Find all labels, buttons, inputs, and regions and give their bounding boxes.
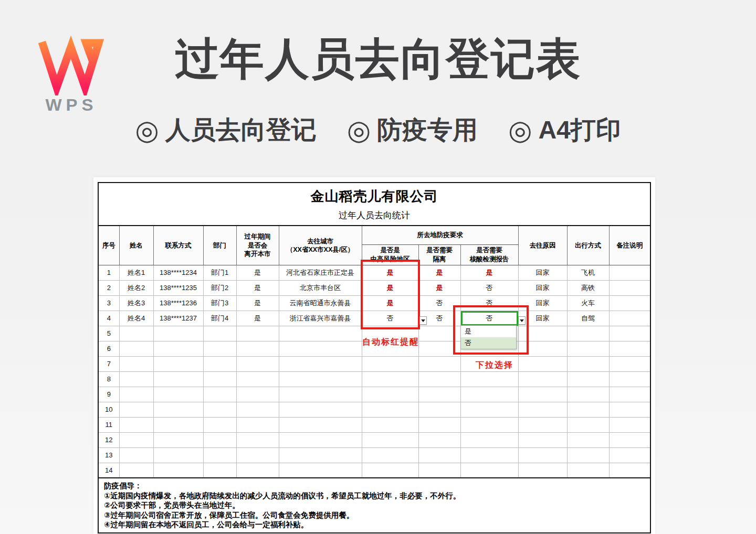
cell-test[interactable]: 否 (460, 280, 518, 295)
cell-dept[interactable]: 部门4 (203, 311, 236, 326)
cell-risk[interactable]: 否 (362, 311, 418, 326)
cell-dept[interactable]: 部门1 (203, 265, 236, 280)
cell-quarantine[interactable]: 是 (418, 280, 460, 295)
empty-cell[interactable] (418, 341, 460, 356)
empty-cell[interactable] (518, 371, 567, 387)
empty-cell[interactable] (362, 387, 418, 402)
empty-cell[interactable] (609, 402, 650, 417)
cell-leave[interactable]: 是 (236, 311, 279, 326)
empty-cell[interactable] (203, 371, 236, 387)
empty-cell[interactable] (236, 371, 279, 387)
empty-cell[interactable] (236, 356, 279, 371)
cell-transport[interactable]: 自驾 (567, 311, 609, 326)
cell-name[interactable]: 姓名3 (119, 295, 153, 311)
empty-cell[interactable] (153, 356, 203, 371)
empty-cell[interactable] (518, 356, 567, 371)
empty-cell[interactable] (119, 402, 153, 417)
empty-cell[interactable] (203, 463, 236, 478)
empty-cell[interactable] (279, 447, 362, 463)
empty-cell[interactable] (119, 417, 153, 432)
empty-cell[interactable] (609, 417, 650, 432)
empty-cell[interactable] (418, 417, 460, 432)
empty-cell[interactable] (203, 432, 236, 447)
empty-cell[interactable] (518, 463, 567, 478)
cell-no[interactable]: 2 (98, 280, 119, 295)
empty-cell[interactable] (279, 371, 362, 387)
empty-cell[interactable] (362, 463, 418, 478)
cell-transport[interactable]: 飞机 (567, 265, 609, 280)
empty-cell[interactable] (236, 463, 279, 478)
empty-cell[interactable] (418, 356, 460, 371)
empty-cell[interactable] (460, 402, 518, 417)
empty-cell[interactable] (203, 417, 236, 432)
empty-cell[interactable] (609, 326, 650, 341)
cell-leave[interactable]: 是 (236, 265, 279, 280)
empty-cell[interactable] (153, 447, 203, 463)
empty-cell[interactable] (362, 356, 418, 371)
empty-cell[interactable] (119, 447, 153, 463)
empty-cell[interactable] (203, 447, 236, 463)
empty-cell[interactable] (567, 447, 609, 463)
dropdown-option-yes[interactable]: 是 (461, 326, 516, 337)
empty-cell[interactable] (418, 326, 460, 341)
empty-cell[interactable] (362, 402, 418, 417)
cell-no[interactable]: 14 (98, 463, 119, 478)
empty-cell[interactable] (203, 402, 236, 417)
cell-phone[interactable]: 138****1234 (153, 265, 203, 280)
empty-cell[interactable] (279, 341, 362, 356)
empty-cell[interactable] (418, 447, 460, 463)
empty-cell[interactable] (119, 387, 153, 402)
empty-cell[interactable] (609, 432, 650, 447)
cell-no[interactable]: 11 (98, 417, 119, 432)
empty-cell[interactable] (418, 387, 460, 402)
empty-cell[interactable] (518, 341, 567, 356)
empty-cell[interactable] (119, 463, 153, 478)
empty-cell[interactable] (518, 402, 567, 417)
empty-cell[interactable] (236, 341, 279, 356)
empty-cell[interactable] (418, 371, 460, 387)
empty-cell[interactable] (567, 341, 609, 356)
empty-cell[interactable] (418, 402, 460, 417)
cell-risk[interactable]: 是 (362, 295, 418, 311)
empty-cell[interactable] (236, 447, 279, 463)
empty-cell[interactable] (279, 387, 362, 402)
empty-cell[interactable] (567, 387, 609, 402)
empty-cell[interactable] (153, 463, 203, 478)
empty-cell[interactable] (236, 326, 279, 341)
cell-risk[interactable]: 是 (362, 280, 418, 295)
cell-risk[interactable]: 是 (362, 265, 418, 280)
empty-cell[interactable] (279, 356, 362, 371)
cell-city[interactable]: 河北省石家庄市正定县 (279, 265, 362, 280)
cell-no[interactable]: 12 (98, 432, 119, 447)
empty-cell[interactable] (153, 432, 203, 447)
empty-cell[interactable] (518, 447, 567, 463)
empty-cell[interactable] (119, 326, 153, 341)
empty-cell[interactable] (460, 463, 518, 478)
cell-no[interactable]: 13 (98, 447, 119, 463)
cell-quarantine[interactable]: 否 (418, 295, 460, 311)
empty-cell[interactable] (362, 417, 418, 432)
empty-cell[interactable] (153, 402, 203, 417)
cell-phone[interactable]: 138****1235 (153, 280, 203, 295)
empty-cell[interactable] (518, 417, 567, 432)
empty-cell[interactable] (460, 417, 518, 432)
empty-cell[interactable] (460, 447, 518, 463)
empty-cell[interactable] (236, 432, 279, 447)
empty-cell[interactable] (460, 432, 518, 447)
empty-cell[interactable] (609, 447, 650, 463)
cell-no[interactable]: 10 (98, 402, 119, 417)
empty-cell[interactable] (236, 387, 279, 402)
empty-cell[interactable] (609, 463, 650, 478)
cell-quarantine[interactable]: 是 (418, 265, 460, 280)
empty-cell[interactable] (567, 371, 609, 387)
empty-cell[interactable] (119, 432, 153, 447)
cell-dept[interactable]: 部门3 (203, 295, 236, 311)
empty-cell[interactable] (362, 371, 418, 387)
dropdown-option-no[interactable]: 否 (461, 337, 516, 349)
cell-no[interactable]: 4 (98, 311, 119, 326)
cell-no[interactable]: 7 (98, 356, 119, 371)
empty-cell[interactable] (119, 341, 153, 356)
empty-cell[interactable] (203, 356, 236, 371)
empty-cell[interactable] (153, 341, 203, 356)
empty-cell[interactable] (279, 402, 362, 417)
